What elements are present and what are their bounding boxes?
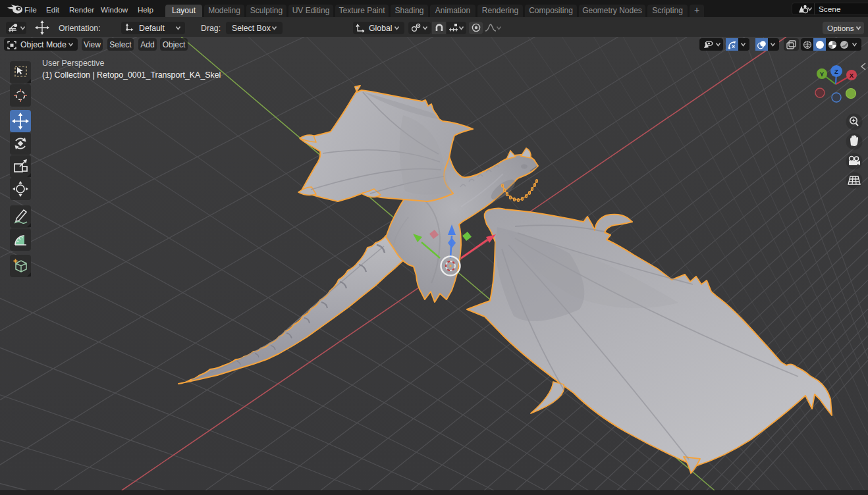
- svg-text:Z: Z: [834, 68, 838, 75]
- svg-text:X: X: [850, 72, 854, 79]
- svg-text:Y: Y: [820, 70, 825, 78]
